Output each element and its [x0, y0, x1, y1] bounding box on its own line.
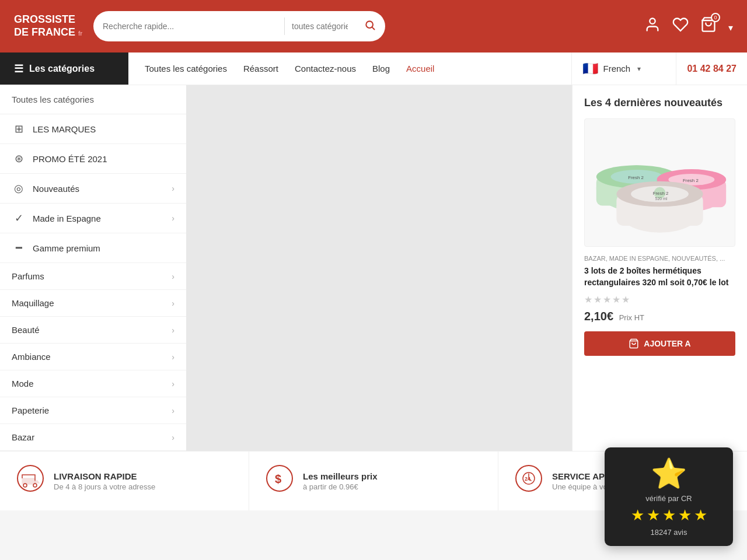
sidebar-item-papeterie[interactable]: Papeterie › [0, 397, 186, 424]
star-4: ★ [612, 294, 620, 305]
sidebar-item-bazar[interactable]: Bazar › [0, 424, 186, 451]
hamburger-icon: ☰ [14, 62, 23, 75]
language-label: French [603, 64, 630, 74]
sidebar-item-ambiance[interactable]: Ambiance › [0, 344, 186, 370]
price-value: 2,10€ [584, 310, 613, 323]
sidebar-item-made-espagne[interactable]: ✓ Made in Espagne › [0, 204, 186, 233]
account-icon[interactable] [644, 16, 661, 36]
svg-text:520 ml: 520 ml [655, 197, 668, 201]
search-category-input[interactable] [285, 22, 355, 31]
sidebar-item-label: Made in Espagne [33, 214, 165, 223]
logo[interactable]: GROSSISTE DE FRANCE fr [14, 13, 84, 38]
review-star-3: ★ [662, 506, 676, 510]
nouveautes-title: Les 4 dernières nouveautés [584, 97, 735, 109]
review-widget: ⭐ vérifié par CR ★ ★ ★ ★ ★ 18247 avis [605, 447, 733, 510]
prices-icon: $ [266, 464, 294, 498]
sidebar-item-label: Mode [12, 379, 34, 388]
prices-subtitle: à partir de 0.96€ [303, 482, 378, 491]
chevron-right-icon: › [172, 406, 174, 415]
review-star-5: ★ [694, 506, 707, 510]
sidebar-item-label: Beauté [12, 325, 40, 335]
nav-reassort[interactable]: Réassort [243, 64, 278, 74]
svg-point-2 [650, 19, 655, 24]
nav-contactez-nous[interactable]: Contactez-nous [295, 64, 356, 74]
star-1: ★ [584, 294, 592, 305]
search-button[interactable] [355, 19, 385, 34]
delivery-icon [16, 464, 44, 498]
svg-text:$: $ [275, 473, 281, 485]
chevron-right-icon: › [172, 184, 174, 193]
header-icons: 0 ▾ [644, 16, 733, 36]
sidebar-item-label: LES MARQUES [33, 124, 174, 134]
price-ht-label: Prix HT [619, 313, 644, 322]
sidebar-item-nouveautes[interactable]: ◎ Nouveautés › [0, 174, 186, 204]
product-tags: BAZAR, MADE IN ESPAGNE, NOUVEAUTÉS, ... [584, 255, 735, 262]
service-icon: 24 [515, 464, 543, 498]
chevron-right-icon: › [172, 433, 174, 442]
prices-title: Les meilleurs prix [303, 471, 378, 481]
product-image-svg: Fresh 2 Fresh 2 Fres [585, 125, 735, 240]
star-3: ★ [603, 294, 611, 305]
add-to-cart-button[interactable]: AJOUTER A [584, 331, 735, 356]
chevron-right-icon: › [172, 352, 174, 362]
review-star-2: ★ [647, 506, 660, 510]
nav-accueil[interactable]: Accueil [406, 64, 434, 74]
search-input[interactable] [93, 22, 284, 31]
chevron-down-icon: ▾ [637, 65, 641, 73]
cart-icon[interactable]: 0 [700, 16, 717, 36]
sidebar-item-label: Nouveautés [33, 184, 165, 194]
sidebar-item-promo[interactable]: ⊛ PROMO ÉTÉ 2021 [0, 144, 186, 174]
svg-text:Fresh 2: Fresh 2 [653, 191, 669, 196]
add-btn-label: AJOUTER A [644, 339, 690, 348]
cart-dropdown-icon[interactable]: ▾ [728, 18, 733, 34]
chevron-right-icon: › [172, 299, 174, 308]
phone-number: 01 42 84 27 [676, 52, 747, 85]
content-area: Les 4 dernières nouveautés Fresh 2 [187, 85, 747, 451]
nav-links: Toutes les catégories Réassort Contactez… [128, 52, 571, 85]
sidebar-item-label: PROMO ÉTÉ 2021 [33, 154, 174, 164]
categories-label: Les catégories [29, 64, 95, 74]
language-selector[interactable]: 🇫🇷 French ▾ [571, 52, 676, 85]
footer-delivery: LIVRAISON RAPIDE De 4 à 8 jours à votre … [0, 452, 249, 510]
sidebar-item-gamme-premium[interactable]: ━ Gamme premium [0, 233, 186, 263]
navbar: ☰ Les catégories Toutes les catégories R… [0, 52, 747, 85]
footer-delivery-text: LIVRAISON RAPIDE De 4 à 8 jours à votre … [54, 471, 155, 491]
sidebar-header[interactable]: Toutes les catégories [0, 85, 186, 114]
delivery-subtitle: De 4 à 8 jours à votre adresse [54, 482, 155, 491]
delivery-title: LIVRAISON RAPIDE [54, 471, 155, 481]
sidebar-item-les-marques[interactable]: ⊞ LES MARQUES [0, 114, 186, 144]
product-name: 3 lots de 2 boîtes hermétiques rectangul… [584, 265, 735, 288]
sidebar-item-beaute[interactable]: Beauté › [0, 317, 186, 344]
minus-icon: ━ [12, 242, 26, 254]
logo-line1: GROSSISTE [14, 13, 84, 26]
svg-text:Fresh 2: Fresh 2 [683, 178, 699, 183]
cart-add-icon [629, 338, 639, 349]
flag-icon: 🇫🇷 [582, 61, 598, 76]
review-emoji: ⭐ [616, 457, 721, 491]
sidebar-item-mode[interactable]: Mode › [0, 370, 186, 397]
nav-toutes-categories[interactable]: Toutes les catégories [145, 64, 227, 74]
product-card: Fresh 2 Fresh 2 Fres [584, 118, 735, 356]
chevron-right-icon: › [172, 214, 174, 223]
cart-badge: 0 [711, 13, 720, 22]
star-5: ★ [622, 294, 630, 305]
review-verified-label: vérifié par CR [616, 494, 721, 503]
footer-prices-text: Les meilleurs prix à partir de 0.96€ [303, 471, 378, 491]
categories-button[interactable]: ☰ Les catégories [0, 52, 128, 85]
sidebar-item-label: Bazar [12, 432, 34, 442]
search-icon [364, 19, 376, 31]
nav-blog[interactable]: Blog [372, 64, 390, 74]
nouveautes-icon: ◎ [12, 182, 26, 195]
sidebar-item-parfums[interactable]: Parfums › [0, 263, 186, 290]
chevron-right-icon: › [172, 272, 174, 281]
star-2: ★ [594, 294, 602, 305]
sidebar-item-label: Maquillage [12, 298, 54, 308]
svg-line-1 [372, 27, 375, 29]
sidebar-item-maquillage[interactable]: Maquillage › [0, 290, 186, 317]
footer-prices: $ Les meilleurs prix à partir de 0.96€ [249, 452, 498, 510]
product-image-area: Fresh 2 Fresh 2 Fres [584, 118, 735, 247]
sidebar-item-label: Ambiance [12, 352, 51, 362]
sidebar-item-label: Gamme premium [33, 243, 174, 253]
wishlist-icon[interactable] [672, 16, 689, 36]
sidebar-item-label: Papeterie [12, 405, 49, 415]
